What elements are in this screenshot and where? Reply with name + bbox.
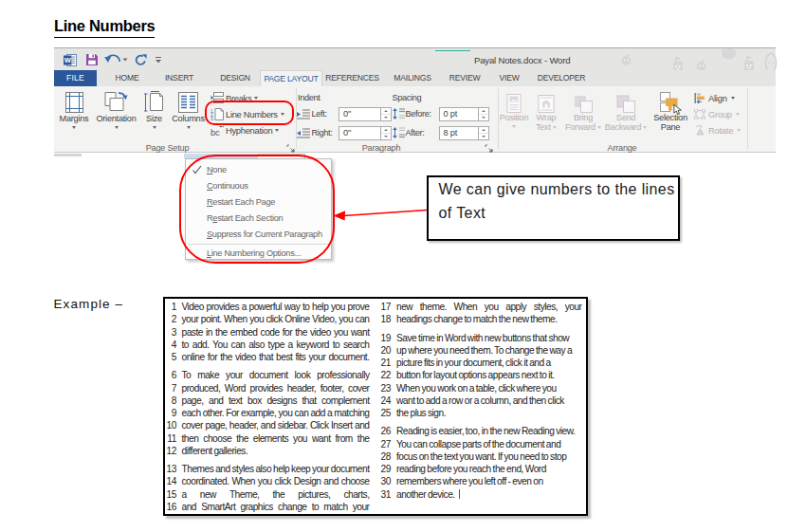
spacing-before-icon <box>393 108 405 119</box>
text-cursor <box>459 489 460 499</box>
button-orientation[interactable]: Orientation <box>96 88 137 129</box>
spacing-before-spinner[interactable] <box>478 108 488 121</box>
group-label-paragraph: Paragraph <box>334 143 429 153</box>
tab-developer[interactable]: DEVELOPER <box>538 70 585 86</box>
button-position[interactable]: Position <box>498 88 530 129</box>
example-line-8: 8 page, and text box designs that comple… <box>165 394 370 407</box>
example-line-4: 4 to add. You can also type a keyword to… <box>165 339 370 351</box>
align-icon <box>694 93 705 103</box>
tab-review[interactable]: REVIEW <box>445 70 485 86</box>
callout-text-line2: of Text <box>439 201 678 226</box>
callout-text-line1: We can give numbers to the lines <box>439 177 678 202</box>
tab-mailings[interactable]: MAILINGS <box>391 70 434 86</box>
columns-icon <box>170 90 208 113</box>
example-column-2: 17 new theme. When you apply styles, you… <box>377 301 582 514</box>
example-line-3: 3 paste in the embed code for the video … <box>165 326 370 339</box>
spacing-after-field[interactable]: 8 pt <box>439 126 489 141</box>
indent-left-icon <box>297 109 310 119</box>
button-bring-forward[interactable]: BringForward <box>562 88 605 133</box>
example-line-27: 27 You can collapse parts of the documen… <box>377 438 582 450</box>
button-wrap-text[interactable]: WrapText <box>530 88 562 133</box>
group-label-page-setup: Page Setup <box>120 143 215 153</box>
example-line-28: 28 focus on the text you want. If you ne… <box>377 450 582 463</box>
save-icon[interactable] <box>81 52 102 67</box>
qat-customize-icon[interactable] <box>151 52 166 67</box>
size-icon <box>137 90 173 113</box>
selectionpane-icon <box>649 90 692 113</box>
quick-access-toolbar: W <box>59 52 166 67</box>
sendbackward-icon <box>604 90 648 113</box>
teal-artifact-line <box>435 50 470 52</box>
button-columns[interactable]: Columns <box>170 88 208 129</box>
red-annotation-oval <box>179 155 335 264</box>
tab-page-layout[interactable]: PAGE LAYOUT <box>260 70 322 86</box>
ribbon-tab-row: FILEHOMEINSERTDESIGNPAGE LAYOUTREFERENCE… <box>54 70 776 86</box>
example-line-12: 12 different galleries. <box>165 445 370 457</box>
undo-icon[interactable] <box>102 52 130 67</box>
tab-insert[interactable]: INSERT <box>160 70 198 86</box>
example-line-31: 31 another device. <box>377 488 582 501</box>
mouse-cursor-icon <box>673 104 683 116</box>
button-margins[interactable]: Margins <box>56 88 92 129</box>
indent-left-field[interactable]: 0" <box>339 107 392 122</box>
hyphenation-icon: bc <box>211 124 224 137</box>
window-title: Payal Notes.docx - Word <box>474 55 570 65</box>
group-icon <box>694 109 705 119</box>
red-annotation-rect <box>205 101 294 125</box>
wraptext-icon <box>530 90 562 113</box>
example-line-30: 30 remembers where you left off - even o… <box>377 475 582 487</box>
indent-left-spinner[interactable] <box>380 108 391 121</box>
spacing-after-spinner[interactable] <box>478 127 488 140</box>
button-selection-pane[interactable]: SelectionPane <box>649 88 692 133</box>
indent-right-spinner[interactable] <box>380 127 391 140</box>
rotate-icon <box>694 125 705 136</box>
watermark-doodle <box>721 48 737 60</box>
group-separator <box>747 88 748 149</box>
example-column-1: 1 Video provides a powerful way to help … <box>165 301 370 514</box>
red-annotation-arrow <box>327 199 436 228</box>
page-setup-dialog-launcher[interactable] <box>286 144 295 153</box>
tab-file[interactable]: FILE <box>54 70 97 86</box>
tab-references[interactable]: REFERENCES <box>328 70 376 86</box>
tab-view[interactable]: VIEW <box>492 70 526 86</box>
watermark-doodle <box>620 53 632 66</box>
word-logo-icon: W <box>59 52 81 67</box>
redo-icon[interactable] <box>130 52 151 67</box>
example-line-15: 15 a new Theme, the pictures, charts, <box>165 488 370 501</box>
tab-design[interactable]: DESIGN <box>216 70 254 86</box>
word-window: W <box>54 47 776 153</box>
example-line-10: 10 cover page, header, and sidebar. Clic… <box>165 419 370 431</box>
example-box: 1 Video provides a powerful way to help … <box>163 297 588 516</box>
page: Line Numbers W <box>0 0 806 532</box>
example-line-20: 20 up where you need them. To change the… <box>377 344 582 357</box>
indent-left-label: Left: <box>312 109 327 119</box>
ruler-fragment <box>54 154 82 157</box>
paragraph-dialog-launcher[interactable] <box>485 144 493 153</box>
spacing-after-label: After: <box>406 128 425 138</box>
example-line-11: 11 then choose the elements you want fro… <box>165 432 370 445</box>
example-line-7: 7 produced, Word provides header, footer… <box>165 382 370 394</box>
button-size[interactable]: Size <box>137 88 173 129</box>
example-line-5: 5 online for the video that best fits yo… <box>165 351 370 363</box>
example-line-21: 21 picture fits in your document, click … <box>377 357 582 369</box>
button-rotate[interactable]: Rotate <box>694 123 741 137</box>
example-line-17: 17 new theme. When you apply styles, you… <box>377 301 582 313</box>
example-line-9: 9 each other. For example, you can add a… <box>165 407 370 419</box>
example-line-13: 13 Themes and styles also help keep your… <box>165 463 370 475</box>
orientation-icon <box>96 90 137 113</box>
tab-home[interactable]: HOME <box>108 70 146 86</box>
indent-right-field[interactable]: 0" <box>339 126 392 141</box>
example-line-2: 2 your point. When you click Online Vide… <box>165 313 370 325</box>
button-group[interactable]: Group <box>694 107 740 120</box>
button-align[interactable]: Align <box>694 91 735 104</box>
example-line-26: 26 Reading is easier, too, in the new Re… <box>377 425 582 437</box>
example-line-29: 29 reading before you reach the end, Wor… <box>377 463 582 475</box>
svg-text:W: W <box>64 56 71 64</box>
example-line-18: 18 headings change to match the new them… <box>377 313 582 325</box>
page-title: Line Numbers <box>54 17 155 38</box>
button-send-backward[interactable]: SendBackward <box>604 88 648 133</box>
spacing-before-label: Before: <box>406 109 431 119</box>
button-hyphenation[interactable]: bc Hyphenation <box>211 123 294 138</box>
spacing-before-field[interactable]: 0 pt <box>439 107 489 122</box>
indent-label: Indent <box>298 93 320 102</box>
